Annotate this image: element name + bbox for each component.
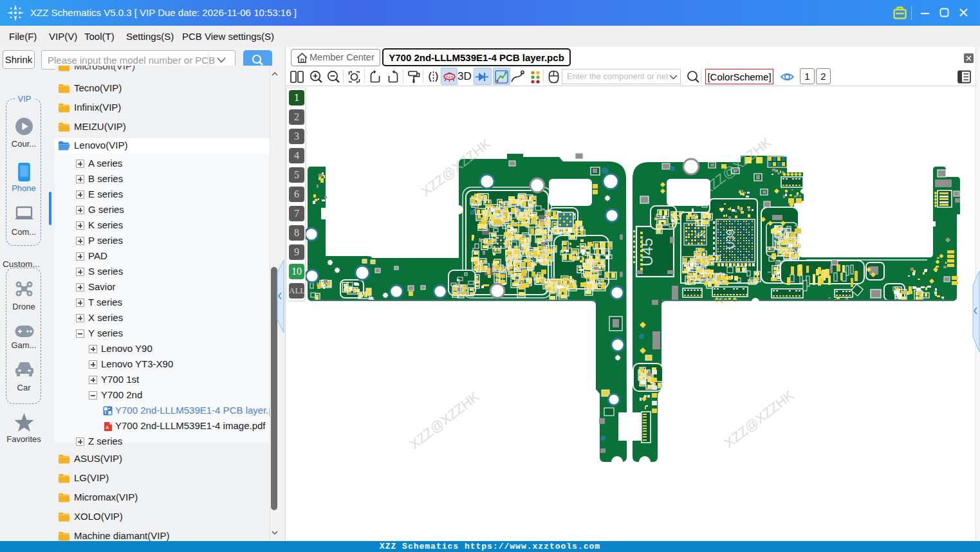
svg-text:XZZ@XZZHK: XZZ@XZZHK — [721, 387, 796, 450]
svg-text:U25: U25 — [695, 231, 706, 237]
svg-text:XZZ@XZZHK: XZZ@XZZHK — [407, 389, 481, 452]
svg-text:A: A — [106, 425, 109, 430]
svg-text:U39: U39 — [725, 229, 737, 249]
